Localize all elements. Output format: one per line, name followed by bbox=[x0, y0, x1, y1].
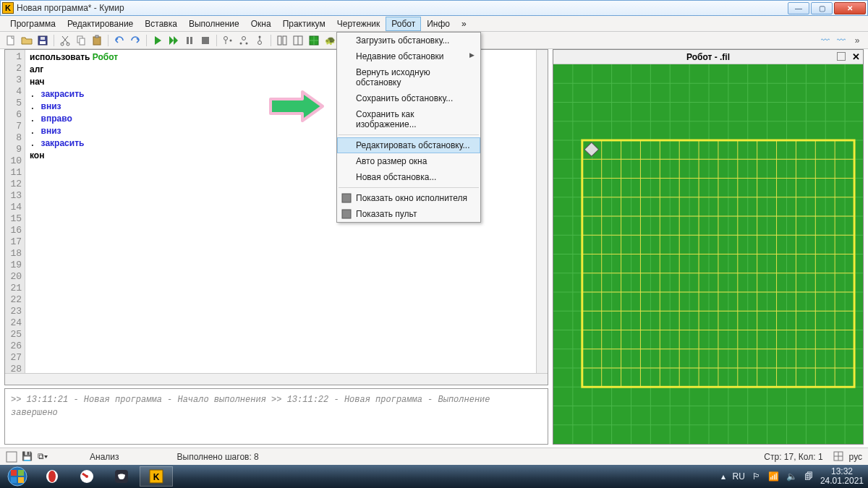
cut-icon[interactable] bbox=[59, 34, 72, 47]
status-language[interactable]: рус bbox=[849, 452, 862, 462]
menu-практикум[interactable]: Практикум bbox=[277, 17, 331, 31]
svg-rect-90 bbox=[342, 210, 351, 218]
menu-»[interactable]: » bbox=[456, 17, 472, 31]
menu-редактирование[interactable]: Редактирование bbox=[61, 17, 139, 31]
taskbar-app-discord[interactable] bbox=[105, 466, 138, 487]
menuitem[interactable]: Загрузить обстановку... bbox=[337, 33, 480, 48]
robot-panel-dock-icon[interactable] bbox=[837, 52, 846, 61]
menu-робот[interactable]: Робот bbox=[386, 17, 421, 31]
menu-инфо[interactable]: Инфо bbox=[421, 17, 456, 31]
robot-panel-title: Робот - .fil bbox=[553, 52, 863, 62]
svg-rect-10 bbox=[187, 37, 189, 44]
redo-icon[interactable] bbox=[129, 34, 142, 47]
tray-clipboard-icon[interactable]: 🗐 bbox=[804, 471, 813, 481]
svg-rect-2 bbox=[40, 41, 46, 44]
menuitem[interactable]: Показать пульт bbox=[337, 206, 480, 222]
toolbar-overflow-icon[interactable]: » bbox=[851, 34, 864, 47]
svg-rect-11 bbox=[190, 37, 192, 44]
svg-rect-0 bbox=[7, 36, 14, 45]
menuitem[interactable]: Авто размер окна bbox=[337, 153, 480, 169]
board-icon[interactable] bbox=[307, 34, 320, 47]
pause-icon[interactable] bbox=[183, 34, 196, 47]
taskbar-app-opera[interactable] bbox=[35, 466, 69, 487]
layout2-icon[interactable] bbox=[292, 34, 305, 47]
svg-rect-20 bbox=[278, 36, 281, 45]
copy-icon[interactable] bbox=[75, 34, 88, 47]
run-icon[interactable] bbox=[151, 34, 164, 47]
robot-panel-close-icon[interactable]: ✕ bbox=[852, 51, 860, 62]
menuitem[interactable]: Сохранить обстановку... bbox=[337, 90, 480, 106]
menuitem[interactable]: Новая обстановка... bbox=[337, 169, 480, 185]
svg-point-15 bbox=[242, 36, 246, 40]
svg-point-95 bbox=[8, 467, 27, 486]
svg-point-19 bbox=[259, 35, 261, 38]
save-icon[interactable] bbox=[36, 34, 49, 47]
step-over-icon[interactable] bbox=[237, 34, 250, 47]
svg-rect-99 bbox=[18, 477, 24, 483]
status-copy-icon[interactable]: ⧉▾ bbox=[38, 451, 49, 463]
svg-rect-89 bbox=[342, 194, 351, 202]
svg-point-18 bbox=[258, 40, 262, 44]
menu-separator bbox=[339, 134, 479, 135]
open-file-icon[interactable] bbox=[20, 34, 33, 47]
svg-rect-12 bbox=[202, 37, 209, 44]
window-title: Новая программа* - Кумир bbox=[17, 3, 788, 13]
menuitem[interactable]: Сохранить как изображение... bbox=[337, 106, 480, 132]
robot-menu-dropdown: Загрузить обстановку...Недавние обстанов… bbox=[336, 32, 481, 223]
remote-icon bbox=[341, 209, 352, 219]
undo-icon[interactable] bbox=[113, 34, 126, 47]
output-console[interactable]: >> 13:11:21 - Новая программа - Начало в… bbox=[4, 388, 548, 445]
menuitem[interactable]: Редактировать обстановку... bbox=[337, 137, 480, 153]
menu-окна[interactable]: Окна bbox=[245, 17, 277, 31]
menubar: ПрограммаРедактированиеВставкаВыполнение… bbox=[0, 16, 868, 32]
menu-вставка[interactable]: Вставка bbox=[139, 17, 183, 31]
status-grid-icon[interactable] bbox=[833, 451, 845, 463]
menuitem[interactable]: Показать окно исполнителя bbox=[337, 190, 480, 206]
menuitem[interactable]: Вернуть исходную обстановку bbox=[337, 64, 480, 90]
svg-text:K: K bbox=[153, 472, 160, 482]
taskbar-app-gauge[interactable] bbox=[70, 466, 103, 487]
paste-icon[interactable] bbox=[90, 34, 103, 47]
stop-icon[interactable] bbox=[199, 34, 212, 47]
close-button[interactable]: ✕ bbox=[834, 2, 866, 14]
status-tool-icon[interactable] bbox=[6, 451, 17, 463]
step-into-icon[interactable] bbox=[221, 34, 234, 47]
minimize-button[interactable]: — bbox=[788, 2, 809, 14]
status-cursor-position: Стр: 17, Кол: 1 bbox=[764, 452, 822, 462]
run-fast-icon[interactable] bbox=[167, 34, 180, 47]
taskbar-app-kumir[interactable]: K bbox=[140, 466, 173, 487]
tray-clock[interactable]: 13:3224.01.2021 bbox=[820, 467, 864, 486]
annotation-arrow bbox=[266, 88, 327, 127]
svg-rect-96 bbox=[11, 470, 17, 476]
water-icon[interactable]: 〰 bbox=[819, 34, 832, 47]
svg-rect-98 bbox=[11, 477, 17, 483]
window-icon bbox=[341, 193, 352, 203]
editor-scrollbar[interactable] bbox=[536, 50, 548, 385]
svg-point-14 bbox=[230, 39, 232, 41]
water2-icon[interactable]: 〰 bbox=[835, 34, 848, 47]
tray-keyboard-lang[interactable]: RU bbox=[733, 471, 745, 481]
menu-чертежник[interactable]: Чертежник bbox=[331, 17, 386, 31]
menu-выполнение[interactable]: Выполнение bbox=[183, 17, 245, 31]
tray-network-icon[interactable]: 📶 bbox=[768, 471, 779, 481]
status-analysis-label: Анализ bbox=[90, 452, 119, 462]
app-icon: K bbox=[2, 2, 14, 14]
robot-panel: Робот - .fil ✕ bbox=[553, 49, 864, 445]
editor-hscrollbar[interactable] bbox=[5, 373, 548, 385]
layout1-icon[interactable] bbox=[276, 34, 289, 47]
start-button[interactable] bbox=[0, 465, 35, 488]
step-out-icon[interactable] bbox=[253, 34, 266, 47]
menu-separator bbox=[339, 187, 479, 188]
menuitem[interactable]: Недавние обстановки bbox=[337, 48, 480, 64]
tray-show-hidden-icon[interactable]: ▴ bbox=[721, 471, 726, 481]
tray-sound-icon[interactable]: 🔈 bbox=[786, 471, 797, 481]
menu-программа[interactable]: Программа bbox=[4, 17, 61, 31]
tray-flag-icon[interactable]: 🏳 bbox=[752, 471, 761, 481]
maximize-button[interactable]: ▢ bbox=[811, 2, 833, 14]
turtle-icon[interactable]: 🐢 bbox=[323, 34, 336, 47]
status-save-icon[interactable]: 💾▾ bbox=[22, 451, 33, 463]
new-file-icon[interactable] bbox=[4, 34, 17, 47]
svg-point-16 bbox=[240, 42, 242, 44]
robot-field[interactable] bbox=[553, 64, 863, 444]
svg-rect-21 bbox=[283, 36, 286, 45]
